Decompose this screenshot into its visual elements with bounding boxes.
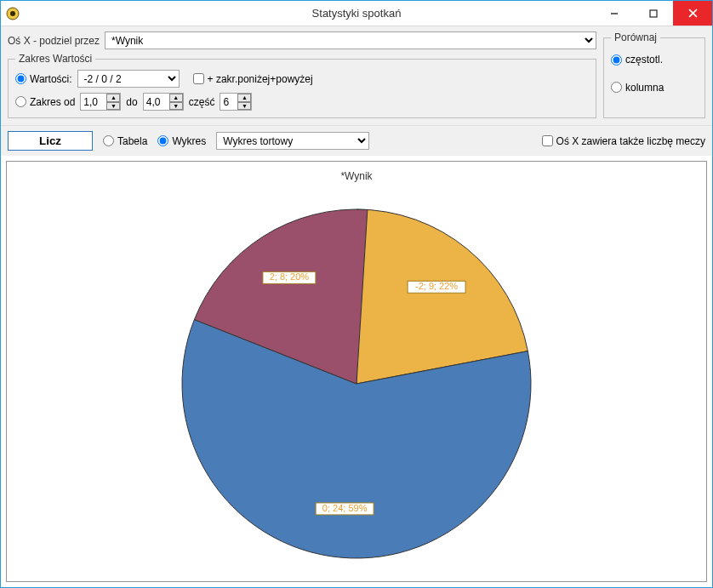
maximize-button[interactable] [634,1,673,26]
axis-select[interactable]: *Wynik [105,31,596,49]
show-count-label: Oś X zawiera także liczbę meczy [556,135,705,147]
parts-label: część [189,96,215,108]
extra-range-label: + zakr.poniżej+powyżej [208,73,313,85]
chevron-down-icon[interactable]: ▼ [169,102,183,111]
range-to-spinner[interactable]: ▲▼ [143,93,184,111]
chevron-up-icon[interactable]: ▲ [169,94,183,102]
range-group: Zakres Wartości Wartości: -2 / 0 / 2 + z… [8,53,596,118]
app-icon [6,7,20,20]
chart-title: *Wynik [340,170,372,182]
toolbar: Licz Tabela Wykres Wykres tortowy Oś X z… [1,125,712,156]
pie-slice-label: -2; 9; 22% [408,281,465,293]
range-to-label: do [126,96,137,108]
chart-area: *Wynik -2; 9; 22%0; 24; 59%2; 8; 20% [6,161,707,582]
chevron-down-icon[interactable]: ▼ [106,102,120,111]
values-select[interactable]: -2 / 0 / 2 [77,70,180,88]
range-group-legend: Zakres Wartości [15,53,95,65]
chevron-up-icon[interactable]: ▲ [237,94,251,102]
compare-column-label: kolumna [625,82,664,94]
chevron-down-icon[interactable]: ▼ [237,102,251,111]
range-from-radio[interactable]: Zakres od [15,96,75,108]
view-table-radio[interactable]: Tabela [103,135,147,147]
chart-type-select[interactable]: Wykres tortowy [216,132,369,150]
compare-freq-label: częstotl. [625,54,663,66]
compute-button[interactable]: Licz [8,131,93,151]
compare-freq-radio[interactable]: częstotl. [611,54,663,66]
compare-group: Porównaj częstotl. kolumna [603,31,705,118]
config-panel: Oś X - podziel przez *Wynik Zakres Warto… [1,26,712,125]
show-count-checkbox[interactable]: Oś X zawiera także liczbę meczy [542,135,705,147]
range-from-spinner[interactable]: ▲▼ [80,93,121,111]
extra-range-checkbox[interactable]: + zakr.poniżej+powyżej [193,73,313,85]
view-table-label: Tabela [117,135,147,147]
svg-rect-3 [650,10,657,17]
compare-column-radio[interactable]: kolumna [611,82,664,94]
values-radio-label: Wartości: [30,73,72,85]
pie-chart: -2; 9; 22%0; 24; 59%2; 8; 20% [169,197,544,571]
compare-group-legend: Porównaj [611,31,660,43]
view-chart-label: Wykres [172,135,206,147]
minimize-button[interactable] [595,1,634,26]
svg-text:2; 8; 20%: 2; 8; 20% [270,271,310,282]
view-chart-radio[interactable]: Wykres [157,135,206,147]
close-button[interactable] [673,1,712,26]
range-from-radio-label: Zakres od [30,96,75,108]
titlebar: Statystyki spotkań [1,1,712,26]
svg-text:0; 24; 59%: 0; 24; 59% [322,502,368,512]
pie-slice-label: 0; 24; 59% [316,502,374,514]
chevron-up-icon[interactable]: ▲ [106,94,120,102]
parts-spinner[interactable]: ▲▼ [220,93,252,111]
svg-text:-2; 9; 22%: -2; 9; 22% [415,281,458,291]
axis-label: Oś X - podziel przez [8,35,100,47]
values-radio[interactable]: Wartości: [15,73,72,85]
pie-slice-label: 2; 8; 20% [263,271,316,283]
svg-point-1 [10,11,15,16]
